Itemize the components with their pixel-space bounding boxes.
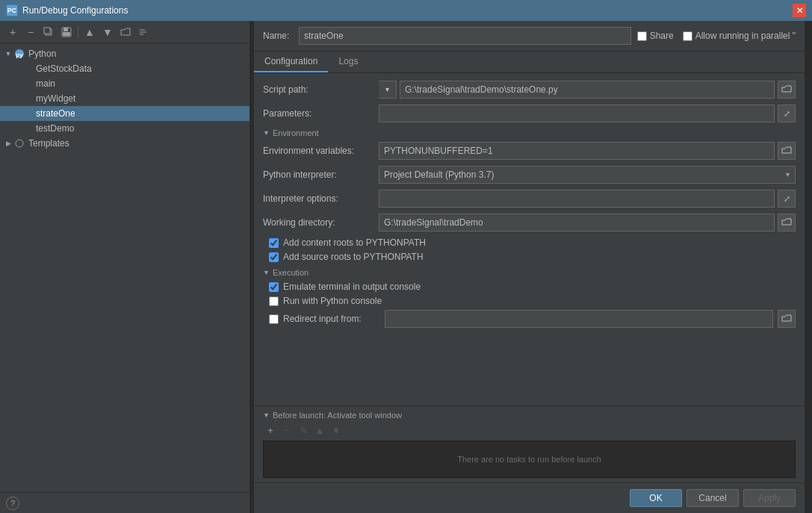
script-path-row: Script path: ▼: [263, 81, 796, 99]
redirect-input-path[interactable]: [385, 310, 773, 328]
tree-item-strateone[interactable]: strateOne: [0, 106, 250, 121]
emulate-terminal-label[interactable]: Emulate terminal in output console: [283, 282, 421, 292]
python-icon: py: [13, 48, 25, 60]
tree-python-group[interactable]: ▼ py Python: [0, 46, 250, 61]
redirect-input-checkbox[interactable]: [269, 314, 279, 324]
left-toolbar: + − ▲ ▼: [0, 21, 250, 43]
add-content-roots-checkbox[interactable]: [269, 238, 279, 248]
environment-arrow: ▼: [263, 129, 270, 137]
tree-item-mywidget[interactable]: myWidget: [0, 91, 250, 106]
tree-templates-group[interactable]: ▶ Templates: [0, 136, 250, 151]
right-panel: Name: Share Allow running in parallel " …: [254, 21, 805, 513]
parameters-input[interactable]: [379, 105, 775, 122]
environment-section-header: ▼ Environment: [263, 128, 796, 137]
parameters-row: Parameters: ⤢: [263, 105, 796, 122]
help-button[interactable]: ?: [6, 497, 19, 510]
file-icon-getstockdata: [21, 63, 33, 75]
emulate-terminal-row: Emulate terminal in output console: [263, 282, 796, 292]
before-launch-empty-area: There are no tasks to run before launch: [263, 441, 796, 478]
execution-section-header: ▼ Execution: [263, 268, 796, 277]
emulate-terminal-checkbox[interactable]: [269, 282, 279, 292]
file-icon-strateone: [21, 108, 33, 119]
tree-item-testdemo[interactable]: testDemo: [0, 121, 250, 136]
allow-parallel-checkbox[interactable]: [683, 31, 692, 41]
close-button[interactable]: ✕: [793, 4, 806, 17]
file-icon-testdemo: [21, 122, 33, 134]
right-scrollbar[interactable]: [805, 21, 812, 513]
working-dir-browse-button[interactable]: [778, 214, 796, 231]
script-path-input[interactable]: [400, 81, 775, 99]
file-icon-main: [21, 78, 33, 90]
move-down-button[interactable]: ▼: [99, 24, 116, 40]
configuration-area: Script path: ▼ Parameters:: [254, 73, 805, 405]
env-vars-field: [379, 142, 796, 160]
left-bottom-bar: ?: [0, 492, 250, 513]
parameters-expand-button[interactable]: ⤢: [778, 105, 796, 122]
remove-config-button[interactable]: −: [22, 24, 39, 40]
redirect-input-browse-button[interactable]: [778, 310, 796, 328]
before-launch-remove-button[interactable]: −: [279, 423, 294, 438]
python-group-label: Python: [28, 49, 56, 59]
move-to-folder-button[interactable]: [117, 24, 134, 40]
python-expand-arrow: ▼: [3, 49, 13, 59]
add-config-button[interactable]: +: [4, 24, 21, 40]
cancel-button[interactable]: Cancel: [687, 489, 739, 507]
add-content-roots-label[interactable]: Add content roots to PYTHONPATH: [283, 237, 426, 248]
before-launch-down-button[interactable]: ▼: [329, 423, 344, 438]
tab-configuration[interactable]: Configuration: [254, 52, 328, 72]
tree-item-getstockdata[interactable]: GetStockData: [0, 61, 250, 76]
move-up-button[interactable]: ▲: [81, 24, 98, 40]
apply-button[interactable]: Apply: [743, 489, 796, 507]
add-source-roots-label[interactable]: Add source roots to PYTHONPATH: [283, 252, 424, 262]
interpreter-options-input[interactable]: [379, 190, 775, 208]
interpreter-options-expand[interactable]: ⤢: [778, 190, 796, 208]
before-launch-edit-button[interactable]: ✎: [296, 423, 311, 438]
run-python-console-row: Run with Python console: [263, 296, 796, 306]
before-launch-add-button[interactable]: +: [263, 423, 278, 438]
allow-parallel-label[interactable]: Allow running in parallel ": [683, 31, 796, 41]
copy-config-button[interactable]: [40, 24, 57, 40]
ok-button[interactable]: OK: [630, 489, 682, 507]
config-tree: ▼ py Python GetStockData: [0, 43, 250, 492]
main-content: + − ▲ ▼: [0, 21, 812, 513]
tree-item-label: GetStockData: [36, 63, 92, 74]
before-launch-up-button[interactable]: ▲: [312, 423, 327, 438]
name-input[interactable]: [299, 27, 631, 45]
python-interpreter-row: Python interpreter: Project Default (Pyt…: [263, 166, 796, 184]
add-content-roots-row: Add content roots to PYTHONPATH: [263, 237, 796, 248]
env-vars-row: Environment variables:: [263, 142, 796, 160]
env-vars-input[interactable]: [379, 142, 775, 160]
run-python-console-checkbox[interactable]: [269, 296, 279, 306]
add-source-roots-checkbox[interactable]: [269, 252, 279, 262]
before-launch-arrow: ▼: [263, 411, 270, 419]
script-path-browse-button[interactable]: [778, 81, 796, 99]
env-vars-browse-button[interactable]: [778, 142, 796, 160]
right-panel-wrapper: Name: Share Allow running in parallel " …: [254, 21, 812, 513]
window-title: Run/Debug Configurations: [22, 5, 128, 16]
working-dir-label: Working directory:: [263, 217, 379, 228]
sort-button[interactable]: [135, 24, 152, 40]
share-checkbox-label[interactable]: Share: [637, 31, 674, 41]
before-launch-label: Before launch: Activate tool window: [273, 411, 402, 420]
save-config-button[interactable]: [58, 24, 75, 40]
share-checkbox[interactable]: [637, 31, 647, 41]
interpreter-options-label: Interpreter options:: [263, 193, 379, 204]
script-path-type-dropdown[interactable]: ▼: [379, 81, 397, 99]
redirect-input-row: Redirect input from:: [263, 310, 796, 328]
svg-rect-3: [63, 28, 68, 31]
tab-logs[interactable]: Logs: [328, 52, 368, 72]
python-interpreter-select[interactable]: Project Default (Python 3.7): [379, 166, 796, 184]
run-python-console-label[interactable]: Run with Python console: [283, 296, 382, 306]
working-dir-input[interactable]: [379, 214, 775, 231]
left-panel: + − ▲ ▼: [0, 21, 250, 513]
interpreter-options-row: Interpreter options: ⤢: [263, 190, 796, 208]
redirect-input-label[interactable]: Redirect input from:: [283, 314, 380, 324]
tree-item-label: main: [36, 78, 55, 89]
svg-text:py: py: [16, 52, 23, 58]
toolbar-separator: [78, 26, 78, 38]
tree-item-label: strateOne: [36, 108, 75, 119]
tree-item-main[interactable]: main: [0, 76, 250, 91]
parameters-label: Parameters:: [263, 108, 379, 119]
working-dir-field: [379, 214, 796, 231]
execution-arrow: ▼: [263, 269, 270, 276]
